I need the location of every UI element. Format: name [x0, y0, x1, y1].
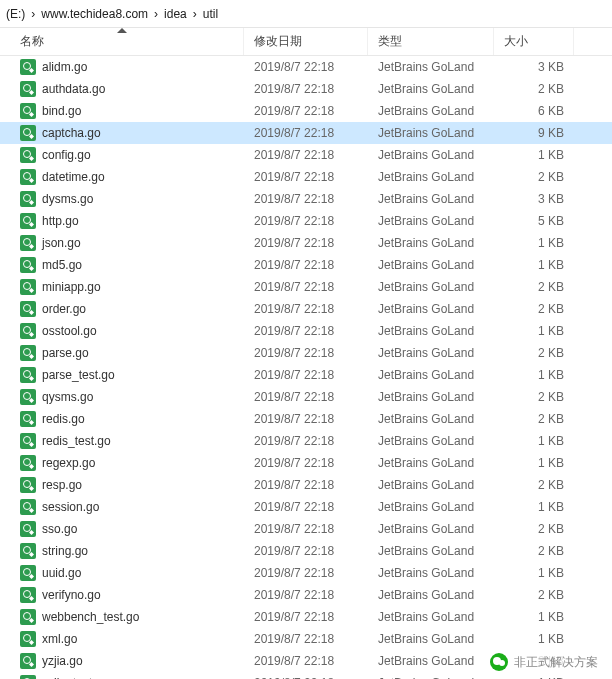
table-row[interactable]: parse.go2019/8/7 22:18JetBrains GoLand2 …: [0, 342, 612, 364]
file-name-cell[interactable]: redis_test.go: [0, 433, 244, 449]
table-row[interactable]: osstool.go2019/8/7 22:18JetBrains GoLand…: [0, 320, 612, 342]
table-row[interactable]: sso.go2019/8/7 22:18JetBrains GoLand2 KB: [0, 518, 612, 540]
file-name-cell[interactable]: miniapp.go: [0, 279, 244, 295]
table-row[interactable]: http.go2019/8/7 22:18JetBrains GoLand5 K…: [0, 210, 612, 232]
file-name-cell[interactable]: yzjia_test.go: [0, 675, 244, 679]
go-file-icon: [20, 257, 36, 273]
file-name-cell[interactable]: osstool.go: [0, 323, 244, 339]
file-name-cell[interactable]: parse_test.go: [0, 367, 244, 383]
file-name-label: yzjia.go: [42, 654, 83, 668]
file-name-cell[interactable]: md5.go: [0, 257, 244, 273]
column-header-date-label: 修改日期: [254, 33, 302, 50]
breadcrumb-part[interactable]: util: [203, 7, 218, 21]
table-row[interactable]: md5.go2019/8/7 22:18JetBrains GoLand1 KB: [0, 254, 612, 276]
column-headers: 名称 修改日期 类型 大小: [0, 28, 612, 56]
file-name-cell[interactable]: regexp.go: [0, 455, 244, 471]
table-row[interactable]: config.go2019/8/7 22:18JetBrains GoLand1…: [0, 144, 612, 166]
file-name-cell[interactable]: dysms.go: [0, 191, 244, 207]
column-header-size[interactable]: 大小: [494, 28, 574, 55]
file-date-cell: 2019/8/7 22:18: [244, 610, 368, 624]
breadcrumb-drive[interactable]: (E:): [6, 7, 25, 21]
file-size-cell: 1 KB: [494, 324, 574, 338]
go-file-icon: [20, 125, 36, 141]
file-name-cell[interactable]: string.go: [0, 543, 244, 559]
file-name-cell[interactable]: yzjia.go: [0, 653, 244, 669]
column-header-name[interactable]: 名称: [0, 28, 244, 55]
table-row[interactable]: miniapp.go2019/8/7 22:18JetBrains GoLand…: [0, 276, 612, 298]
file-name-cell[interactable]: parse.go: [0, 345, 244, 361]
file-name-label: osstool.go: [42, 324, 97, 338]
breadcrumb-part[interactable]: idea: [164, 7, 187, 21]
file-date-cell: 2019/8/7 22:18: [244, 82, 368, 96]
column-header-type[interactable]: 类型: [368, 28, 494, 55]
file-size-cell: 2 KB: [494, 478, 574, 492]
file-name-cell[interactable]: json.go: [0, 235, 244, 251]
file-name-cell[interactable]: uuid.go: [0, 565, 244, 581]
go-file-icon: [20, 301, 36, 317]
go-file-icon: [20, 103, 36, 119]
file-name-cell[interactable]: sso.go: [0, 521, 244, 537]
table-row[interactable]: datetime.go2019/8/7 22:18JetBrains GoLan…: [0, 166, 612, 188]
file-name-cell[interactable]: authdata.go: [0, 81, 244, 97]
table-row[interactable]: authdata.go2019/8/7 22:18JetBrains GoLan…: [0, 78, 612, 100]
file-size-cell: 1 KB: [494, 632, 574, 646]
table-row[interactable]: dysms.go2019/8/7 22:18JetBrains GoLand3 …: [0, 188, 612, 210]
table-row[interactable]: uuid.go2019/8/7 22:18JetBrains GoLand1 K…: [0, 562, 612, 584]
file-name-label: authdata.go: [42, 82, 105, 96]
table-row[interactable]: redis.go2019/8/7 22:18JetBrains GoLand2 …: [0, 408, 612, 430]
file-size-cell: 5 KB: [494, 214, 574, 228]
go-file-icon: [20, 147, 36, 163]
file-name-cell[interactable]: redis.go: [0, 411, 244, 427]
go-file-icon: [20, 609, 36, 625]
table-row[interactable]: captcha.go2019/8/7 22:18JetBrains GoLand…: [0, 122, 612, 144]
file-name-cell[interactable]: qysms.go: [0, 389, 244, 405]
file-date-cell: 2019/8/7 22:18: [244, 104, 368, 118]
file-type-cell: JetBrains GoLand: [368, 610, 494, 624]
file-date-cell: 2019/8/7 22:18: [244, 434, 368, 448]
table-row[interactable]: alidm.go2019/8/7 22:18JetBrains GoLand3 …: [0, 56, 612, 78]
table-row[interactable]: xml.go2019/8/7 22:18JetBrains GoLand1 KB: [0, 628, 612, 650]
file-date-cell: 2019/8/7 22:18: [244, 214, 368, 228]
column-header-date[interactable]: 修改日期: [244, 28, 368, 55]
breadcrumb-part[interactable]: www.techidea8.com: [41, 7, 148, 21]
file-name-cell[interactable]: webbench_test.go: [0, 609, 244, 625]
file-date-cell: 2019/8/7 22:18: [244, 632, 368, 646]
file-list[interactable]: alidm.go2019/8/7 22:18JetBrains GoLand3 …: [0, 56, 612, 679]
file-name-cell[interactable]: bind.go: [0, 103, 244, 119]
file-name-cell[interactable]: captcha.go: [0, 125, 244, 141]
file-name-cell[interactable]: xml.go: [0, 631, 244, 647]
file-name-cell[interactable]: resp.go: [0, 477, 244, 493]
table-row[interactable]: parse_test.go2019/8/7 22:18JetBrains GoL…: [0, 364, 612, 386]
table-row[interactable]: resp.go2019/8/7 22:18JetBrains GoLand2 K…: [0, 474, 612, 496]
file-name-cell[interactable]: alidm.go: [0, 59, 244, 75]
file-size-cell: 3 KB: [494, 192, 574, 206]
file-date-cell: 2019/8/7 22:18: [244, 390, 368, 404]
table-row[interactable]: verifyno.go2019/8/7 22:18JetBrains GoLan…: [0, 584, 612, 606]
table-row[interactable]: regexp.go2019/8/7 22:18JetBrains GoLand1…: [0, 452, 612, 474]
file-date-cell: 2019/8/7 22:18: [244, 368, 368, 382]
table-row[interactable]: webbench_test.go2019/8/7 22:18JetBrains …: [0, 606, 612, 628]
file-name-cell[interactable]: verifyno.go: [0, 587, 244, 603]
file-name-cell[interactable]: session.go: [0, 499, 244, 515]
table-row[interactable]: redis_test.go2019/8/7 22:18JetBrains GoL…: [0, 430, 612, 452]
file-type-cell: JetBrains GoLand: [368, 478, 494, 492]
file-name-label: redis_test.go: [42, 434, 111, 448]
file-size-cell: 2 KB: [494, 170, 574, 184]
file-size-cell: 3 KB: [494, 60, 574, 74]
table-row[interactable]: qysms.go2019/8/7 22:18JetBrains GoLand2 …: [0, 386, 612, 408]
file-size-cell: 1 KB: [494, 258, 574, 272]
table-row[interactable]: bind.go2019/8/7 22:18JetBrains GoLand6 K…: [0, 100, 612, 122]
file-type-cell: JetBrains GoLand: [368, 588, 494, 602]
table-row[interactable]: session.go2019/8/7 22:18JetBrains GoLand…: [0, 496, 612, 518]
go-file-icon: [20, 59, 36, 75]
table-row[interactable]: string.go2019/8/7 22:18JetBrains GoLand2…: [0, 540, 612, 562]
table-row[interactable]: json.go2019/8/7 22:18JetBrains GoLand1 K…: [0, 232, 612, 254]
file-name-cell[interactable]: order.go: [0, 301, 244, 317]
file-name-cell[interactable]: config.go: [0, 147, 244, 163]
table-row[interactable]: yzjia_test.go2019/8/7 22:18JetBrains GoL…: [0, 672, 612, 679]
file-type-cell: JetBrains GoLand: [368, 302, 494, 316]
file-name-cell[interactable]: http.go: [0, 213, 244, 229]
file-name-cell[interactable]: datetime.go: [0, 169, 244, 185]
table-row[interactable]: order.go2019/8/7 22:18JetBrains GoLand2 …: [0, 298, 612, 320]
breadcrumb[interactable]: (E:) › www.techidea8.com › idea › util: [0, 0, 612, 28]
